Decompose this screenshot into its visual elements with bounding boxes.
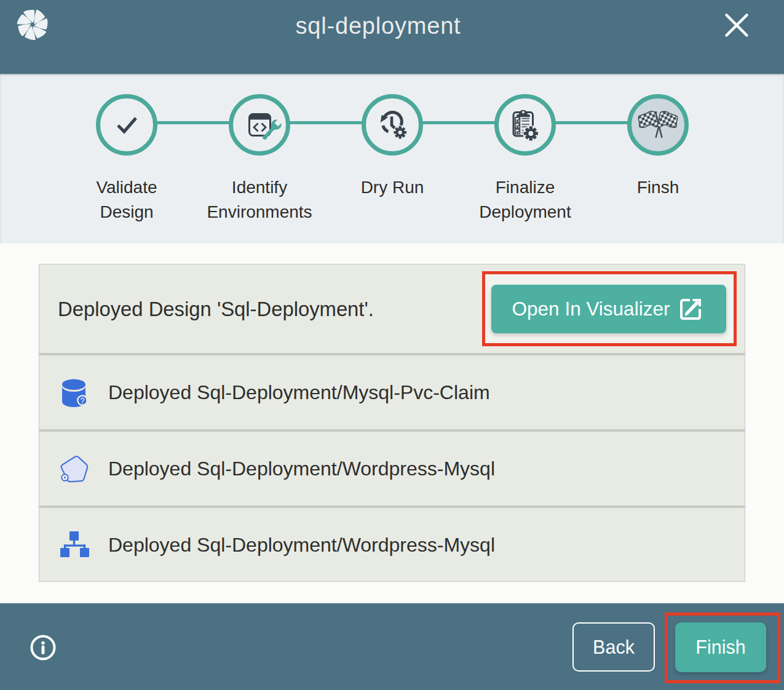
svg-text:?: ?	[80, 396, 84, 405]
